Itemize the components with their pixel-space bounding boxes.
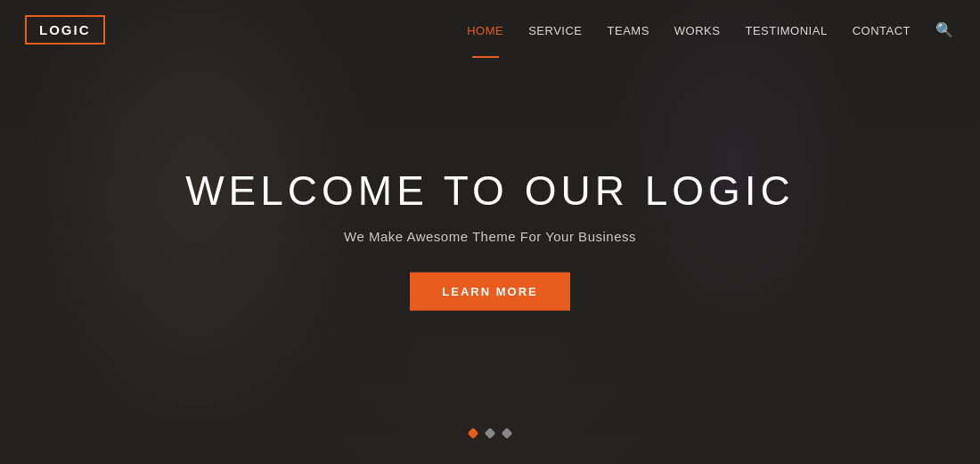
learn-more-button[interactable]: LEARN MORE [410,273,569,311]
nav-link-home[interactable]: HOME [467,24,503,37]
nav-item-service[interactable]: SERVICE [528,22,582,38]
nav-item-works[interactable]: WORKS [674,22,721,38]
slide-dot-3[interactable] [502,427,513,439]
logo-text: LOGIC [39,22,91,37]
nav-item-home[interactable]: HOME [467,22,503,38]
hero-title: WELCOME TO OUR LOGIC [178,167,802,213]
hero-section: LOGIC HOME SERVICE TEAMS WORKS TESTIMONI… [0,0,980,464]
hero-subtitle: We Make Awesome Theme For Your Business [178,229,802,244]
hero-content: WELCOME TO OUR LOGIC We Make Awesome The… [178,167,802,311]
nav-search-icon[interactable]: 🔍 [935,21,953,38]
navbar: LOGIC HOME SERVICE TEAMS WORKS TESTIMONI… [0,0,980,60]
slide-dot-1[interactable] [468,427,479,439]
nav-link-service[interactable]: SERVICE [528,24,582,37]
nav-item-testimonial[interactable]: TESTIMONIAL [745,22,827,38]
slide-dot-2[interactable] [485,427,496,439]
nav-link-works[interactable]: WORKS [674,24,721,37]
hero-dots [470,429,511,437]
logo[interactable]: LOGIC [25,15,105,45]
nav-links: HOME SERVICE TEAMS WORKS TESTIMONIAL CON… [467,21,953,38]
nav-link-teams[interactable]: TEAMS [608,24,649,37]
nav-link-contact[interactable]: CONTACT [853,24,911,37]
nav-item-teams[interactable]: TEAMS [608,22,649,38]
nav-link-testimonial[interactable]: TESTIMONIAL [745,24,827,37]
search-icon[interactable]: 🔍 [935,22,953,37]
nav-item-contact[interactable]: CONTACT [853,22,911,38]
